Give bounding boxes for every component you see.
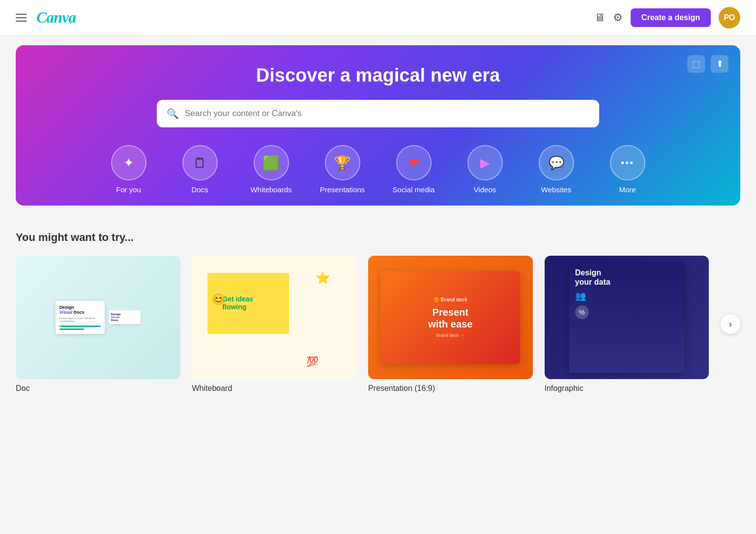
cards-row: DesignVisual Docs Lorem ipsum dolor sit … bbox=[16, 256, 740, 393]
avatar[interactable]: PO bbox=[719, 7, 740, 29]
more-icon: ••• bbox=[621, 157, 634, 169]
card-thumb-infographic: Designyour data 👥 % bbox=[545, 256, 709, 379]
category-label-docs: Docs bbox=[191, 185, 208, 194]
infog-badge: % bbox=[575, 305, 589, 319]
search-input[interactable] bbox=[185, 109, 589, 119]
hero-title: Discover a magical new era bbox=[35, 65, 721, 86]
whiteboard-inner: ⭐ 😊 Get ideasflowing 💯 bbox=[200, 262, 348, 373]
share-icon[interactable]: ⬚ bbox=[687, 55, 705, 73]
wb-star-icon: ⭐ bbox=[316, 271, 330, 285]
category-item-whiteboards[interactable]: 🟩 Whiteboards bbox=[235, 145, 307, 202]
category-item-more[interactable]: ••• More bbox=[592, 145, 663, 202]
presentations-circle: 🏆 bbox=[325, 145, 360, 180]
pres-main-text: Presentwith ease bbox=[428, 306, 472, 330]
monitor-icon[interactable]: 🖥 bbox=[594, 11, 605, 24]
more-circle: ••• bbox=[610, 145, 645, 180]
videos-icon: ▶ bbox=[480, 155, 490, 171]
canva-logo: Canva bbox=[36, 8, 76, 27]
card-thumb-whiteboard: ⭐ 😊 Get ideasflowing 💯 bbox=[192, 256, 357, 379]
hero-top-icons: ⬚ ⬆ bbox=[687, 55, 728, 73]
suggestions-section: You might want to try... DesignVisual Do… bbox=[0, 215, 756, 393]
category-label-presentations: Presentations bbox=[320, 185, 365, 194]
doc-page-title: DesignVisual Docs bbox=[59, 305, 101, 316]
category-label-videos: Videos bbox=[474, 185, 496, 194]
social-media-icon: ❤ bbox=[408, 155, 419, 171]
card-thumb-presentation: 🟠 Brand deck Presentwith ease Brand deck… bbox=[368, 256, 533, 379]
doc-page-main: DesignVisual Docs Lorem ipsum dolor sit … bbox=[56, 301, 105, 334]
doc-page-bar bbox=[59, 326, 101, 327]
category-row: ✦ For you 🗒 Docs 🟩 Whiteboards 🏆 Present… bbox=[35, 145, 721, 206]
category-item-social-media[interactable]: ❤ Social media bbox=[378, 145, 449, 202]
card-whiteboard[interactable]: ⭐ 😊 Get ideasflowing 💯 Whiteboard bbox=[192, 256, 357, 393]
category-item-videos[interactable]: ▶ Videos bbox=[449, 145, 521, 202]
presentations-icon: 🏆 bbox=[334, 155, 351, 171]
pres-sub: Brand deck → bbox=[436, 333, 465, 338]
infog-inner: Designyour data 👥 % bbox=[569, 262, 684, 373]
wb-text: Get ideasflowing bbox=[222, 295, 253, 311]
videos-circle: ▶ bbox=[467, 145, 503, 180]
header: Canva 🖥 ⚙ Create a design PO bbox=[0, 0, 756, 35]
pres-brand: 🟠 Brand deck bbox=[434, 297, 467, 302]
doc-small-title: DesignVisualDocs bbox=[111, 313, 138, 322]
category-item-presentations[interactable]: 🏆 Presentations bbox=[307, 145, 378, 202]
doc-thumb-inner: DesignVisual Docs Lorem ipsum dolor sit … bbox=[32, 268, 164, 367]
for-you-icon: ✦ bbox=[123, 155, 134, 171]
search-bar[interactable]: 🔍 bbox=[157, 100, 599, 127]
create-design-button[interactable]: Create a design bbox=[631, 8, 711, 27]
hero-banner: ⬚ ⬆ Discover a magical new era 🔍 ✦ For y… bbox=[16, 45, 740, 206]
suggestions-title: You might want to try... bbox=[16, 231, 740, 244]
header-right: 🖥 ⚙ Create a design PO bbox=[594, 7, 740, 29]
wb-loop-icon: 💯 bbox=[306, 356, 319, 367]
people-icon: 👥 bbox=[575, 291, 586, 301]
card-label-presentation: Presentation (16:9) bbox=[368, 384, 533, 393]
card-doc[interactable]: DesignVisual Docs Lorem ipsum dolor sit … bbox=[16, 256, 180, 393]
doc-page-bar2 bbox=[59, 328, 84, 330]
category-label-websites: Websites bbox=[541, 185, 571, 194]
websites-circle: 💬 bbox=[539, 145, 574, 180]
header-left: Canva bbox=[16, 8, 76, 27]
category-label-more: More bbox=[619, 185, 636, 194]
category-item-websites[interactable]: 💬 Websites bbox=[521, 145, 592, 202]
cards-next-arrow[interactable]: › bbox=[721, 314, 740, 334]
docs-circle: 🗒 bbox=[182, 145, 218, 180]
wb-smiley-icon: 😊 bbox=[212, 293, 225, 306]
settings-icon[interactable]: ⚙ bbox=[613, 11, 623, 24]
doc-page-small: DesignVisualDocs bbox=[109, 310, 141, 324]
card-infographic[interactable]: Designyour data 👥 % Infographic bbox=[545, 256, 709, 393]
card-presentation[interactable]: 🟠 Brand deck Presentwith ease Brand deck… bbox=[368, 256, 533, 393]
category-item-docs[interactable]: 🗒 Docs bbox=[164, 145, 235, 202]
card-label-infographic: Infographic bbox=[545, 384, 709, 393]
doc-extras: DesignVisualDocs bbox=[109, 310, 141, 324]
category-label-for-you: For you bbox=[116, 185, 141, 194]
websites-icon: 💬 bbox=[549, 155, 564, 171]
card-label-doc: Doc bbox=[16, 384, 180, 393]
search-icon: 🔍 bbox=[167, 108, 179, 119]
for-you-circle: ✦ bbox=[111, 145, 146, 180]
infog-people-icons: 👥 bbox=[575, 291, 586, 301]
category-item-for-you[interactable]: ✦ For you bbox=[93, 145, 164, 202]
hamburger-menu-icon[interactable] bbox=[16, 14, 27, 22]
whiteboards-circle: 🟩 bbox=[254, 145, 289, 180]
category-label-whiteboards: Whiteboards bbox=[250, 185, 291, 194]
doc-page-sub: Lorem ipsum dolor sit amet consectetur bbox=[59, 317, 101, 323]
category-label-social-media: Social media bbox=[393, 185, 435, 194]
card-thumb-doc: DesignVisual Docs Lorem ipsum dolor sit … bbox=[16, 256, 180, 379]
whiteboards-icon: 🟩 bbox=[262, 155, 280, 171]
docs-icon: 🗒 bbox=[193, 155, 207, 171]
social-media-circle: ❤ bbox=[396, 145, 432, 180]
card-label-whiteboard: Whiteboard bbox=[192, 384, 357, 393]
upload-cloud-icon[interactable]: ⬆ bbox=[711, 55, 728, 73]
pres-inner: 🟠 Brand deck Presentwith ease Brand deck… bbox=[380, 271, 520, 363]
infog-title: Designyour data bbox=[575, 268, 611, 287]
